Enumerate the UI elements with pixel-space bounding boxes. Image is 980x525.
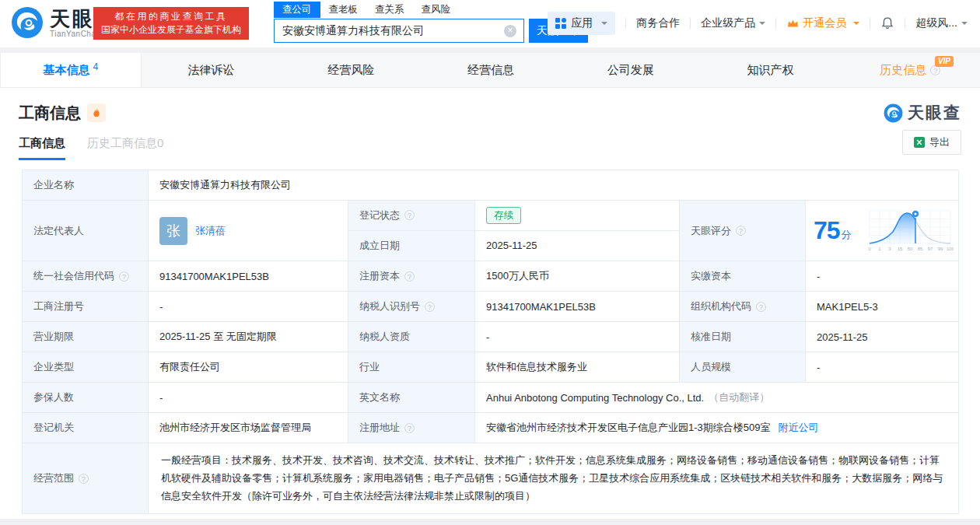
header-menu: 应用 商务合作 企业级产品 开通会员 超级风... bbox=[548, 12, 968, 35]
menu-vip[interactable]: 开通会员 bbox=[786, 16, 859, 30]
help-icon[interactable]: ? bbox=[404, 210, 415, 220]
score-label-cell: 天眼评分 ? bbox=[680, 201, 806, 261]
tab-operation-info[interactable]: 经营信息 bbox=[421, 53, 561, 87]
apps-label: 应用 bbox=[571, 16, 593, 30]
svg-text:15: 15 bbox=[898, 247, 903, 251]
watermark-logo-icon bbox=[884, 103, 903, 123]
english-name-label: 英文名称 bbox=[348, 383, 475, 413]
tab-company-development[interactable]: 公司发展 bbox=[561, 53, 701, 87]
approval-date-label: 核准日期 bbox=[680, 322, 806, 352]
top-header: 天眼查 TianYanCha.com 都在用的商业查询工具 国家中小企业发展子基… bbox=[0, 0, 980, 47]
caret-down-icon bbox=[961, 22, 968, 28]
divider bbox=[905, 18, 905, 29]
org-code-value: MAK1PEL5-3 bbox=[806, 292, 959, 322]
svg-text:0: 0 bbox=[868, 247, 871, 251]
crown-icon bbox=[786, 18, 800, 29]
tab-intellectual-property[interactable]: 知识产权 bbox=[701, 53, 841, 87]
svg-text:3: 3 bbox=[888, 247, 891, 251]
score-value-cell: 75 分 0 1 3 15 50 bbox=[806, 201, 959, 261]
svg-text:97: 97 bbox=[928, 247, 933, 251]
apps-grid-icon bbox=[555, 18, 566, 29]
tab-operation-risk[interactable]: 经营风险 bbox=[281, 53, 421, 87]
score-unit: 分 bbox=[842, 228, 852, 242]
reg-capital-label: 注册资本 ? bbox=[348, 261, 475, 292]
nearby-companies-link[interactable]: 附近公司 bbox=[778, 421, 818, 435]
bell-icon bbox=[880, 16, 894, 30]
help-icon[interactable]: ? bbox=[404, 271, 415, 282]
legal-rep-avatar[interactable]: 张 bbox=[159, 217, 187, 245]
staff-size-label: 人员规模 bbox=[680, 352, 806, 383]
clear-search-icon[interactable]: × bbox=[504, 25, 516, 37]
insured-label: 参保人数 bbox=[23, 383, 149, 413]
legal-rep-link[interactable]: 张清蓓 bbox=[195, 224, 226, 238]
search-tab-risk[interactable]: 查风险 bbox=[413, 2, 460, 18]
search-box: × bbox=[274, 19, 524, 43]
search-tab-boss[interactable]: 查老板 bbox=[320, 2, 367, 18]
divider bbox=[690, 18, 691, 29]
excel-icon bbox=[914, 137, 925, 148]
subtab-business-info[interactable]: 工商信息 bbox=[19, 136, 65, 160]
reg-number-label: 工商注册号 bbox=[23, 292, 149, 322]
menu-cooperation[interactable]: 商务合作 bbox=[636, 16, 680, 30]
promo-banner: 都在用的商业查询工具 国家中小企业发展子基金旗下机构 bbox=[93, 7, 249, 40]
company-name-value: 安徽安博通算力科技有限公司 bbox=[149, 170, 959, 201]
industry-value: 软件和信息技术服务业 bbox=[475, 352, 680, 383]
search-tab-relation[interactable]: 查关系 bbox=[366, 2, 413, 18]
score-number: 75 bbox=[814, 216, 840, 245]
notifications-bell[interactable] bbox=[880, 16, 894, 30]
tab-basic-info[interactable]: 基本信息 4 bbox=[0, 53, 142, 87]
tab-history-info[interactable]: VIP 历史信息 ? bbox=[840, 53, 980, 87]
apps-menu[interactable]: 应用 bbox=[548, 12, 615, 35]
tianyancha-watermark: 天眼查 bbox=[884, 102, 961, 124]
menu-super-risk[interactable]: 超级风... bbox=[915, 16, 968, 30]
divider bbox=[870, 18, 870, 29]
basic-info-count: 4 bbox=[93, 61, 99, 72]
subtab-history-business-info[interactable]: 历史工商信息0 bbox=[87, 136, 163, 160]
taxpayer-quality-label: 纳税人资质 bbox=[348, 322, 475, 352]
taxpayer-quality-value: - bbox=[475, 322, 680, 352]
taxpayer-id-value: 91341700MAK1PEL53B bbox=[475, 292, 680, 322]
taxpayer-id-label: 纳税人识别号 ? bbox=[348, 292, 475, 322]
search-tab-company[interactable]: 查公司 bbox=[274, 2, 320, 18]
company-name-label: 企业名称 bbox=[23, 170, 149, 201]
caret-down-icon bbox=[601, 22, 607, 28]
reg-capital-value: 1500万人民币 bbox=[475, 261, 680, 292]
paid-capital-label: 实缴资本 bbox=[680, 261, 806, 292]
auto-translate-note: （自动翻译） bbox=[709, 390, 769, 404]
business-term-label: 营业期限 bbox=[23, 322, 149, 352]
search-tabs: 查公司 查老板 查关系 查风险 bbox=[274, 2, 588, 17]
reg-authority-value: 池州市经济开发区市场监督管理局 bbox=[149, 413, 348, 443]
legal-rep-label: 法定代表人 bbox=[23, 201, 149, 261]
header-divider-band bbox=[0, 47, 980, 53]
hot-flame-icon bbox=[87, 103, 106, 122]
help-icon[interactable]: ? bbox=[404, 423, 415, 433]
caret-down-icon bbox=[853, 22, 859, 28]
promo-line2: 国家中小企业发展子基金旗下机构 bbox=[101, 23, 241, 37]
reg-status-value-cell: 存续 bbox=[475, 201, 679, 231]
search-area: 查公司 查老板 查关系 查风险 × 天眼一下 bbox=[274, 2, 588, 43]
reg-number-value: - bbox=[149, 292, 348, 322]
menu-enterprise[interactable]: 企业级产品 bbox=[701, 16, 765, 30]
subtabs-row: 工商信息 历史工商信息0 导出 bbox=[0, 124, 980, 160]
help-icon[interactable]: ? bbox=[119, 271, 129, 282]
tab-lawsuit[interactable]: 法律诉讼 bbox=[142, 53, 282, 87]
help-icon[interactable]: ? bbox=[425, 302, 435, 312]
help-icon[interactable]: ? bbox=[79, 474, 89, 484]
svg-text:1: 1 bbox=[878, 247, 881, 251]
score-axis-ticks: 0 1 3 15 50 85 97 99 100 bbox=[868, 247, 954, 251]
export-button[interactable]: 导出 bbox=[902, 130, 961, 155]
company-nav-tabs: 基本信息 4 法律诉讼 经营风险 经营信息 公司发展 知识产权 VIP 历史信息… bbox=[0, 53, 980, 88]
help-icon[interactable]: ? bbox=[736, 226, 746, 236]
approval-date-value: 2025-11-25 bbox=[806, 322, 959, 352]
address-value: 安徽省池州市经济技术开发区电子信息产业园1-3期综合楼509室 附近公司 bbox=[475, 413, 959, 443]
company-type-label: 企业类型 bbox=[23, 352, 149, 383]
section-title: 工商信息 bbox=[19, 103, 81, 124]
section-header: 工商信息 天眼查 bbox=[0, 88, 980, 124]
score-distribution-chart[interactable]: 0 1 3 15 50 85 97 99 100 bbox=[866, 208, 954, 254]
search-input[interactable] bbox=[275, 19, 523, 42]
established-label-cell: 成立日期 bbox=[348, 231, 475, 261]
company-type-value: 有限责任公司 bbox=[149, 352, 348, 383]
caret-down-icon bbox=[759, 22, 765, 28]
status-date-subtable: 登记状态 ? 存续 成立日期 2025-11-25 bbox=[348, 201, 680, 261]
help-icon[interactable]: ? bbox=[756, 302, 766, 312]
